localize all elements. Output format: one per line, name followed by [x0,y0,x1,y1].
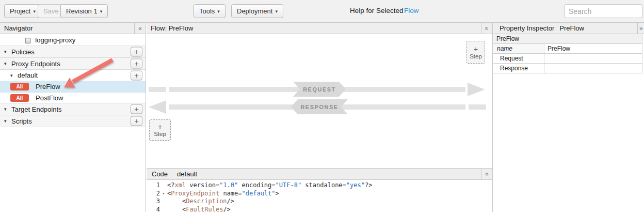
property-value[interactable] [544,64,642,73]
flow-panel: Flow: PreFlow « + Step REQUEST RESPONSE … [147,23,493,168]
fold-spacer [160,181,167,190]
chevron-down-icon: ▾ [275,9,278,14]
collapse-down-button[interactable]: « [481,169,492,179]
code-text: <?xml version="1.0" encoding="UTF-8" sta… [167,181,492,190]
preflow-all-badge: All [10,83,29,90]
property-value[interactable] [544,54,642,63]
apigee-proxy-editor: Project ▾ Save Revision 1 ▾ Tools ▾ Depl… [0,0,644,212]
code-line[interactable]: 1<?xml version="1.0" encoding="UTF-8" st… [147,181,492,190]
code-token: > [276,190,279,197]
add-policy-button[interactable]: + [131,47,142,57]
collapse-up-button[interactable]: « [481,23,492,34]
code-lines[interactable]: 1<?xml version="1.0" encoding="UTF-8" st… [147,180,492,212]
revision-menu-button[interactable]: Revision 1 ▾ [60,4,108,18]
code-panel-header: Code default « [147,169,492,180]
line-number: 1 [147,181,160,190]
code-line[interactable]: 4 <FaultRules/> [147,206,492,212]
response-flow-lane: RESPONSE [147,99,492,115]
code-token: /> [227,198,234,205]
collapse-left-button[interactable]: « [134,23,146,34]
property-inspector-panel: Property Inspector PreFlow » PreFlow nam… [493,23,644,212]
scripts-label: Scripts [11,117,32,125]
request-flow-lane: REQUEST [147,81,492,98]
code-line[interactable]: 2▾<ProxyEndpoint name="default"> [147,190,492,198]
navigator-panel: Navigator « ▤ logging-proxy ▾ Policies +… [0,23,146,212]
response-line-stub [469,104,486,110]
property-section-header[interactable]: PreFlow [493,34,642,44]
code-token: < [167,206,186,212]
property-inspector-context: PreFlow [559,24,584,32]
code-text: <FaultRules/> [167,206,492,212]
caret-down-icon: ▾ [4,107,11,112]
code-panel: Code default « 1<?xml version="1.0" enco… [147,168,493,212]
collapse-left-icon: « [138,25,142,32]
policies-label: Policies [11,48,35,56]
code-token: version= [186,181,219,189]
nav-item-postflow[interactable]: All PostFlow [0,93,146,103]
code-token: Description [186,198,227,205]
deployment-menu-button[interactable]: Deployment ▾ [231,4,283,18]
proxy-endpoints-label: Proxy Endpoints [11,60,60,68]
save-button-label: Save [43,7,59,15]
project-menu-button[interactable]: Project ▾ [4,4,41,18]
search-input[interactable] [564,4,642,18]
code-token: standalone= [301,181,346,189]
request-arrowhead-icon [468,83,485,96]
nav-item-default-endpoint[interactable]: ▾ default + [0,70,146,81]
nav-section-policies[interactable]: ▾ Policies + [0,46,146,58]
plus-icon: + [474,46,478,53]
project-menu-label: Project [10,7,30,15]
nav-item-proxy[interactable]: ▤ logging-proxy [0,34,146,46]
code-token: < [167,198,186,205]
request-line-stub [149,87,166,92]
property-label: name [493,44,544,53]
step-button-label: Step [154,131,166,137]
nav-item-preflow[interactable]: All PreFlow [0,81,146,93]
help-flow-link[interactable]: Flow [404,7,419,14]
property-rows: namePreFlowRequestResponse [493,44,642,73]
proxy-name-label: logging-proxy [35,36,75,44]
code-text: <ProxyEndpoint name="default"> [167,190,492,198]
caret-down-icon: ▾ [4,118,11,124]
code-text: <Description/> [167,198,492,206]
code-token: "1.0" [219,181,238,189]
add-proxy-endpoint-button[interactable]: + [131,59,142,69]
property-inspector-header: Property Inspector PreFlow » [493,23,644,34]
chevron-down-icon: ▾ [33,9,36,14]
fold-spacer [160,206,167,212]
property-label: Response [493,64,544,73]
target-endpoints-label: Target Endpoints [11,105,62,113]
postflow-all-badge: All [10,94,29,102]
add-step-button-request[interactable]: + Step [466,41,485,64]
nav-section-scripts[interactable]: ▾ Scripts + [0,115,146,127]
line-number: 4 [147,206,160,212]
add-target-endpoint-button[interactable]: + [131,104,142,114]
line-number: 2 [147,190,160,198]
expand-right-button[interactable]: » [637,23,644,34]
request-ribbon[interactable]: REQUEST [293,82,346,97]
fold-toggle-icon[interactable]: ▾ [160,190,167,198]
postflow-label: PostFlow [36,94,63,102]
caret-down-icon: ▾ [10,73,18,78]
collapse-down-icon: « [484,172,491,176]
add-step-button-response[interactable]: + Step [149,119,171,141]
code-token: /> [223,206,230,212]
proxy-doc-icon: ▤ [25,37,31,43]
code-token: encoding= [238,181,275,189]
property-label: Request [493,54,544,63]
response-ribbon[interactable]: RESPONSE [291,99,348,114]
nav-section-target-endpoints[interactable]: ▾ Target Endpoints + [0,103,146,115]
tools-menu-button[interactable]: Tools ▾ [194,4,226,18]
caret-down-icon: ▾ [4,61,11,66]
code-token: FaultRules [186,206,223,212]
code-token: "yes" [346,181,365,189]
nav-section-proxy-endpoints[interactable]: ▾ Proxy Endpoints + [0,58,146,70]
toolbar: Project ▾ Save Revision 1 ▾ Tools ▾ Depl… [0,0,644,23]
add-script-button[interactable]: + [131,116,142,126]
code-token: ?> [365,181,372,189]
add-flow-button[interactable]: + [131,70,142,80]
property-value[interactable]: PreFlow [544,44,642,53]
code-line[interactable]: 3 <Description/> [147,198,492,206]
chevron-down-icon: ▾ [100,9,103,14]
property-row: Response [493,64,642,73]
